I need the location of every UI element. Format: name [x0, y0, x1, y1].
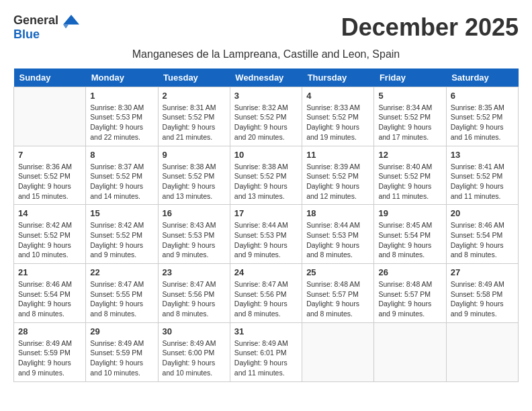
- day-number: 2: [163, 91, 226, 101]
- day-number: 29: [90, 326, 153, 336]
- day-number: 14: [18, 208, 81, 218]
- day-number: 13: [451, 150, 514, 160]
- calendar-cell: 18Sunrise: 8:44 AMSunset: 5:53 PMDayligh…: [302, 205, 374, 264]
- calendar-cell: 30Sunrise: 8:49 AMSunset: 6:00 PMDayligh…: [158, 322, 230, 381]
- logo-general: General: [13, 13, 58, 27]
- calendar-cell: 2Sunrise: 8:31 AMSunset: 5:52 PMDaylight…: [158, 87, 230, 146]
- day-number: 19: [378, 208, 441, 218]
- weekday-header-tuesday: Tuesday: [158, 68, 230, 87]
- calendar-cell: 9Sunrise: 8:38 AMSunset: 5:52 PMDaylight…: [158, 146, 230, 205]
- day-number: 17: [234, 208, 298, 218]
- calendar-cell: 6Sunrise: 8:35 AMSunset: 5:52 PMDaylight…: [446, 87, 518, 146]
- calendar-cell: [446, 322, 518, 381]
- day-info: Sunrise: 8:46 AMSunset: 5:54 PMDaylight:…: [451, 220, 514, 260]
- day-info: Sunrise: 8:49 AMSunset: 5:59 PMDaylight:…: [18, 338, 81, 378]
- day-number: 20: [451, 208, 514, 218]
- calendar-cell: 3Sunrise: 8:32 AMSunset: 5:52 PMDaylight…: [230, 87, 302, 146]
- day-number: 16: [163, 208, 226, 218]
- svg-marker-0: [63, 15, 79, 24]
- calendar-cell: 5Sunrise: 8:34 AMSunset: 5:52 PMDaylight…: [374, 87, 446, 146]
- calendar-cell: 8Sunrise: 8:37 AMSunset: 5:52 PMDaylight…: [86, 146, 158, 205]
- day-number: 25: [306, 267, 369, 277]
- day-info: Sunrise: 8:33 AMSunset: 5:52 PMDaylight:…: [306, 103, 369, 142]
- calendar-cell: 16Sunrise: 8:43 AMSunset: 5:53 PMDayligh…: [158, 205, 230, 264]
- day-info: Sunrise: 8:37 AMSunset: 5:52 PMDaylight:…: [90, 162, 153, 201]
- calendar-table: SundayMondayTuesdayWednesdayThursdayFrid…: [13, 68, 519, 382]
- calendar-cell: 13Sunrise: 8:41 AMSunset: 5:52 PMDayligh…: [446, 146, 518, 205]
- day-info: Sunrise: 8:49 AMSunset: 5:58 PMDaylight:…: [451, 279, 514, 319]
- day-info: Sunrise: 8:36 AMSunset: 5:52 PMDaylight:…: [18, 162, 81, 201]
- logo: General Blue: [13, 13, 79, 42]
- logo-blue: Blue: [13, 28, 79, 42]
- day-info: Sunrise: 8:38 AMSunset: 5:52 PMDaylight:…: [163, 162, 226, 201]
- day-info: Sunrise: 8:47 AMSunset: 5:56 PMDaylight:…: [234, 279, 298, 319]
- calendar-cell: 1Sunrise: 8:30 AMSunset: 5:53 PMDaylight…: [86, 87, 158, 146]
- day-number: 11: [306, 150, 369, 160]
- day-number: 21: [18, 267, 81, 277]
- day-number: 27: [451, 267, 514, 277]
- calendar-cell: 19Sunrise: 8:45 AMSunset: 5:54 PMDayligh…: [374, 205, 446, 264]
- day-number: 9: [163, 150, 226, 160]
- day-info: Sunrise: 8:39 AMSunset: 5:52 PMDaylight:…: [306, 162, 369, 201]
- day-info: Sunrise: 8:31 AMSunset: 5:52 PMDaylight:…: [163, 103, 226, 142]
- day-info: Sunrise: 8:48 AMSunset: 5:57 PMDaylight:…: [378, 279, 441, 319]
- svg-marker-1: [63, 24, 69, 28]
- day-info: Sunrise: 8:49 AMSunset: 6:01 PMDaylight:…: [234, 338, 298, 378]
- day-number: 7: [18, 150, 81, 160]
- month-title: December 2025: [341, 13, 519, 42]
- day-info: Sunrise: 8:32 AMSunset: 5:52 PMDaylight:…: [234, 103, 298, 142]
- calendar-cell: 23Sunrise: 8:47 AMSunset: 5:56 PMDayligh…: [158, 264, 230, 323]
- day-info: Sunrise: 8:44 AMSunset: 5:53 PMDaylight:…: [234, 220, 298, 260]
- day-number: 22: [90, 267, 153, 277]
- day-info: Sunrise: 8:48 AMSunset: 5:57 PMDaylight:…: [306, 279, 369, 319]
- weekday-header-wednesday: Wednesday: [230, 68, 302, 87]
- day-number: 26: [378, 267, 441, 277]
- calendar-cell: 7Sunrise: 8:36 AMSunset: 5:52 PMDaylight…: [14, 146, 86, 205]
- day-info: Sunrise: 8:42 AMSunset: 5:52 PMDaylight:…: [90, 220, 153, 260]
- weekday-header-thursday: Thursday: [302, 68, 374, 87]
- calendar-cell: 26Sunrise: 8:48 AMSunset: 5:57 PMDayligh…: [374, 264, 446, 323]
- calendar-cell: 12Sunrise: 8:40 AMSunset: 5:52 PMDayligh…: [374, 146, 446, 205]
- calendar-cell: 10Sunrise: 8:38 AMSunset: 5:52 PMDayligh…: [230, 146, 302, 205]
- day-number: 31: [234, 326, 298, 336]
- calendar-cell: [374, 322, 446, 381]
- day-number: 6: [451, 91, 514, 101]
- calendar-cell: 20Sunrise: 8:46 AMSunset: 5:54 PMDayligh…: [446, 205, 518, 264]
- day-info: Sunrise: 8:42 AMSunset: 5:52 PMDaylight:…: [18, 220, 81, 260]
- weekday-header-saturday: Saturday: [446, 68, 518, 87]
- day-number: 15: [90, 208, 153, 218]
- day-number: 5: [378, 91, 441, 101]
- day-info: Sunrise: 8:35 AMSunset: 5:52 PMDaylight:…: [451, 103, 514, 142]
- day-number: 1: [90, 91, 153, 101]
- calendar-cell: [302, 322, 374, 381]
- day-number: 24: [234, 267, 298, 277]
- weekday-header-monday: Monday: [86, 68, 158, 87]
- calendar-cell: 21Sunrise: 8:46 AMSunset: 5:54 PMDayligh…: [14, 264, 86, 323]
- day-number: 3: [234, 91, 298, 101]
- calendar-cell: 29Sunrise: 8:49 AMSunset: 5:59 PMDayligh…: [86, 322, 158, 381]
- calendar-cell: 24Sunrise: 8:47 AMSunset: 5:56 PMDayligh…: [230, 264, 302, 323]
- day-number: 10: [234, 150, 298, 160]
- calendar-cell: 15Sunrise: 8:42 AMSunset: 5:52 PMDayligh…: [86, 205, 158, 264]
- day-info: Sunrise: 8:30 AMSunset: 5:53 PMDaylight:…: [90, 103, 153, 142]
- day-info: Sunrise: 8:46 AMSunset: 5:54 PMDaylight:…: [18, 279, 81, 319]
- day-number: 18: [306, 208, 369, 218]
- weekday-header-sunday: Sunday: [14, 68, 86, 87]
- day-info: Sunrise: 8:47 AMSunset: 5:56 PMDaylight:…: [163, 279, 226, 319]
- day-info: Sunrise: 8:45 AMSunset: 5:54 PMDaylight:…: [378, 220, 441, 260]
- calendar-cell: 11Sunrise: 8:39 AMSunset: 5:52 PMDayligh…: [302, 146, 374, 205]
- day-number: 28: [18, 326, 81, 336]
- day-number: 30: [163, 326, 226, 336]
- day-info: Sunrise: 8:43 AMSunset: 5:53 PMDaylight:…: [163, 220, 226, 260]
- calendar-cell: 22Sunrise: 8:47 AMSunset: 5:55 PMDayligh…: [86, 264, 158, 323]
- day-info: Sunrise: 8:40 AMSunset: 5:52 PMDaylight:…: [378, 162, 441, 201]
- calendar-cell: 4Sunrise: 8:33 AMSunset: 5:52 PMDaylight…: [302, 87, 374, 146]
- day-info: Sunrise: 8:49 AMSunset: 6:00 PMDaylight:…: [163, 338, 226, 378]
- day-info: Sunrise: 8:44 AMSunset: 5:53 PMDaylight:…: [306, 220, 369, 260]
- day-number: 23: [163, 267, 226, 277]
- day-number: 4: [306, 91, 369, 101]
- calendar-cell: 31Sunrise: 8:49 AMSunset: 6:01 PMDayligh…: [230, 322, 302, 381]
- location-title: Manganeses de la Lampreana, Castille and…: [13, 48, 519, 60]
- day-info: Sunrise: 8:41 AMSunset: 5:52 PMDaylight:…: [451, 162, 514, 201]
- day-number: 8: [90, 150, 153, 160]
